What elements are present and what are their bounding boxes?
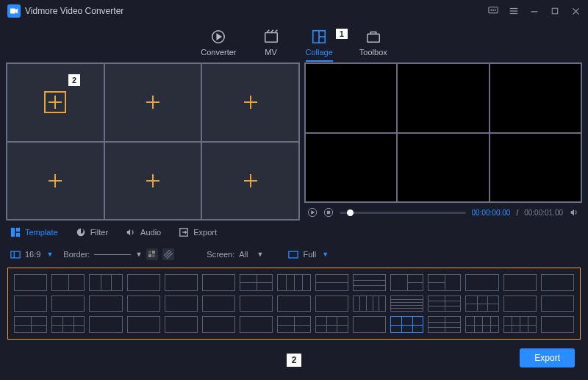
template-item[interactable] — [202, 295, 235, 312]
subtab-filter[interactable]: Filter — [76, 227, 108, 237]
template-item[interactable] — [89, 295, 122, 312]
template-item[interactable] — [51, 274, 85, 291]
subtab-label: Template — [25, 228, 58, 237]
full-dropdown[interactable]: Full ▼ — [288, 250, 329, 259]
template-item[interactable] — [428, 316, 461, 333]
template-item[interactable] — [428, 295, 461, 312]
seek-slider[interactable] — [340, 212, 466, 214]
border-color-picker[interactable] — [146, 248, 158, 260]
collage-cell[interactable] — [7, 63, 104, 142]
export-button[interactable]: Export — [520, 348, 575, 368]
svg-rect-23 — [16, 233, 20, 237]
preview-cell — [305, 63, 397, 133]
collage-cell[interactable] — [201, 63, 299, 142]
template-item[interactable] — [465, 274, 498, 291]
template-item[interactable] — [465, 316, 498, 333]
border-style-dropdown[interactable]: ▼ — [94, 251, 142, 258]
preview-cell — [490, 63, 581, 133]
template-item[interactable] — [541, 295, 574, 312]
template-item[interactable] — [202, 316, 235, 333]
template-item[interactable] — [277, 316, 310, 333]
ratio-dropdown[interactable]: 16:9 ▼ — [10, 250, 53, 259]
template-item[interactable] — [428, 274, 461, 291]
template-item[interactable] — [202, 274, 235, 291]
template-item[interactable] — [541, 316, 574, 333]
nav-label: Collage — [306, 48, 333, 57]
template-item[interactable] — [465, 295, 498, 312]
chat-icon[interactable] — [488, 6, 498, 16]
nav-converter[interactable]: Converter — [201, 29, 236, 57]
plus-icon — [244, 174, 257, 187]
stop-button[interactable] — [323, 207, 334, 218]
template-item[interactable] — [14, 295, 47, 312]
template-item[interactable] — [315, 316, 348, 333]
template-item[interactable] — [51, 295, 85, 312]
svg-rect-13 — [265, 32, 277, 42]
seek-thumb[interactable] — [347, 209, 354, 216]
svg-line-32 — [164, 250, 170, 256]
top-nav: Converter MV Collage 1 Toolbox — [0, 22, 588, 62]
template-item[interactable] — [127, 274, 160, 291]
footer-badge: 2 — [287, 354, 302, 367]
template-item[interactable] — [390, 316, 423, 333]
collage-cell[interactable] — [104, 142, 202, 221]
template-item[interactable] — [240, 316, 273, 333]
screen-dropdown[interactable]: All ▼ — [239, 250, 263, 259]
template-item[interactable] — [89, 316, 122, 333]
template-item[interactable] — [390, 295, 423, 312]
menu-icon[interactable] — [509, 6, 519, 16]
svg-rect-28 — [152, 251, 155, 254]
nav-toolbox[interactable]: Toolbox — [359, 29, 387, 57]
template-item[interactable] — [127, 295, 160, 312]
volume-button[interactable] — [569, 207, 579, 218]
template-item[interactable] — [353, 274, 386, 291]
plus-icon — [146, 96, 159, 109]
template-item[interactable] — [315, 295, 348, 312]
collage-cell[interactable] — [201, 142, 299, 221]
template-item[interactable] — [503, 295, 537, 312]
subtab-audio[interactable]: Audio — [126, 227, 161, 237]
subtab-template[interactable]: Template — [10, 227, 58, 237]
template-item[interactable] — [277, 295, 310, 312]
options-bar: 16:9 ▼ Border: ▼ Screen: All ▼ Full ▼ — [0, 243, 588, 266]
template-item[interactable] — [51, 316, 85, 333]
template-item[interactable] — [541, 274, 574, 291]
nav-mv[interactable]: MV — [263, 29, 279, 57]
template-item[interactable] — [315, 274, 348, 291]
template-item[interactable] — [503, 274, 537, 291]
template-item[interactable] — [165, 295, 198, 312]
border-label: Border: — [63, 250, 90, 259]
template-item[interactable] — [353, 295, 386, 312]
border-pattern-button[interactable] — [162, 248, 174, 260]
subtab-export[interactable]: Export — [179, 227, 217, 237]
full-value: Full — [303, 250, 316, 259]
border-preview — [94, 254, 131, 255]
subtab-label: Audio — [140, 228, 161, 237]
subtabs: Template Filter Audio Export — [0, 222, 588, 243]
plus-icon — [49, 174, 62, 187]
minimize-button[interactable] — [529, 6, 539, 16]
svg-rect-34 — [289, 251, 298, 258]
template-item[interactable] — [165, 316, 198, 333]
maximize-button[interactable] — [550, 6, 560, 16]
template-item[interactable] — [503, 316, 537, 333]
template-item[interactable] — [240, 274, 273, 291]
template-item[interactable] — [353, 316, 386, 333]
play-button[interactable] — [307, 207, 318, 218]
template-item[interactable] — [14, 316, 47, 333]
template-item[interactable] — [165, 274, 198, 291]
template-item[interactable] — [240, 295, 273, 312]
svg-rect-0 — [10, 9, 15, 14]
step-badge-1: 1 — [336, 29, 348, 39]
template-item[interactable] — [14, 274, 47, 291]
template-item[interactable] — [127, 316, 160, 333]
nav-label: Toolbox — [359, 48, 387, 57]
preview-cell — [397, 63, 489, 133]
collage-cell[interactable] — [104, 63, 202, 142]
template-item[interactable] — [390, 274, 423, 291]
template-item[interactable] — [89, 274, 122, 291]
collage-cell[interactable] — [7, 142, 104, 221]
close-button[interactable] — [570, 6, 581, 16]
template-item[interactable] — [277, 274, 310, 291]
nav-collage[interactable]: Collage 1 — [306, 29, 333, 57]
